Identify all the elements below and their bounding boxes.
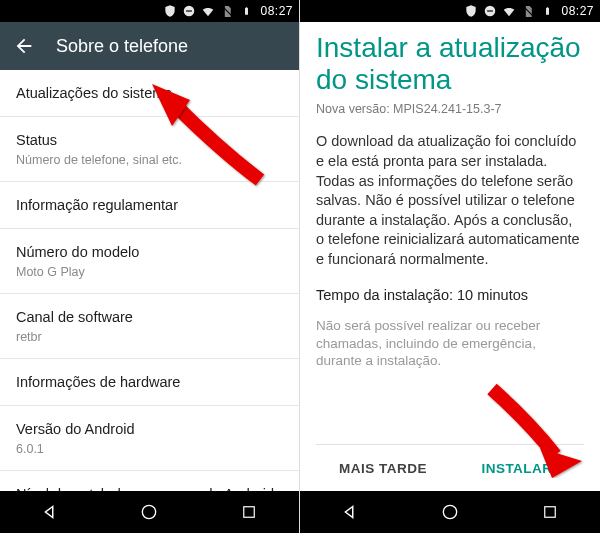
nav-bar xyxy=(0,491,299,533)
item-label: Número do modelo xyxy=(16,243,283,262)
item-sublabel: 6.0.1 xyxy=(16,441,283,457)
clock-text: 08:27 xyxy=(561,4,594,18)
item-hardware-info[interactable]: Informações de hardware xyxy=(0,359,299,406)
svg-point-9 xyxy=(443,505,456,518)
shield-icon xyxy=(464,4,478,18)
install-warning: Não será possível realizar ou receber ch… xyxy=(316,317,584,370)
item-software-channel[interactable]: Canal de software retbr xyxy=(0,294,299,359)
svg-rect-4 xyxy=(244,507,255,518)
button-row: MAIS TARDE INSTALAR xyxy=(316,444,584,491)
item-sublabel: Número de telefone, sinal etc. xyxy=(16,152,283,168)
dnd-icon xyxy=(182,4,196,18)
svg-rect-10 xyxy=(545,507,556,518)
item-sublabel: retbr xyxy=(16,329,283,345)
nav-recent-icon[interactable] xyxy=(538,500,562,524)
app-bar-title: Sobre o telefone xyxy=(56,36,188,57)
item-security-patch[interactable]: Nível do patch de segurança do Android 1… xyxy=(0,471,299,491)
shield-icon xyxy=(163,4,177,18)
item-sublabel: Moto G Play xyxy=(16,264,283,280)
item-label: Status xyxy=(16,131,283,150)
wifi-icon xyxy=(502,4,516,18)
update-description: O download da atualização foi concluído … xyxy=(316,132,584,269)
item-label: Informações de hardware xyxy=(16,373,283,392)
item-status[interactable]: Status Número de telefone, sinal etc. xyxy=(0,117,299,182)
battery-icon xyxy=(540,4,554,18)
status-bar: 08:27 xyxy=(300,0,600,22)
item-label: Informação regulamentar xyxy=(16,196,283,215)
settings-list: Atualizações do sistema Status Número de… xyxy=(0,70,299,491)
item-android-version[interactable]: Versão do Android 6.0.1 xyxy=(0,406,299,471)
nav-home-icon[interactable] xyxy=(438,500,462,524)
nav-back-icon[interactable] xyxy=(38,500,62,524)
screen-about-phone: 08:27 Sobre o telefone Atualizações do s… xyxy=(0,0,300,533)
page-title: Instalar a atualização do sistema xyxy=(316,32,584,96)
no-sim-icon xyxy=(521,4,535,18)
svg-point-3 xyxy=(143,505,156,518)
no-sim-icon xyxy=(220,4,234,18)
nav-bar xyxy=(300,491,600,533)
item-system-updates[interactable]: Atualizações do sistema xyxy=(0,70,299,117)
svg-rect-7 xyxy=(488,10,494,11)
update-content: Instalar a atualização do sistema Nova v… xyxy=(300,22,600,491)
nav-back-icon[interactable] xyxy=(338,500,362,524)
item-label: Canal de software xyxy=(16,308,283,327)
nav-recent-icon[interactable] xyxy=(237,500,261,524)
back-icon[interactable] xyxy=(12,34,36,58)
app-bar: Sobre o telefone xyxy=(0,22,299,70)
nav-home-icon[interactable] xyxy=(137,500,161,524)
wifi-icon xyxy=(201,4,215,18)
screen-install-update: 08:27 Instalar a atualização do sistema … xyxy=(300,0,600,533)
later-button[interactable]: MAIS TARDE xyxy=(316,445,450,491)
install-button[interactable]: INSTALAR xyxy=(450,445,584,491)
version-label: Nova versão: MPIS24.241-15.3-7 xyxy=(316,102,584,116)
clock-text: 08:27 xyxy=(260,4,293,18)
item-label: Versão do Android xyxy=(16,420,283,439)
item-model-number[interactable]: Número do modelo Moto G Play xyxy=(0,229,299,294)
svg-rect-1 xyxy=(187,10,193,11)
dnd-icon xyxy=(483,4,497,18)
item-regulatory-info[interactable]: Informação regulamentar xyxy=(0,182,299,229)
battery-icon xyxy=(239,4,253,18)
install-time-label: Tempo da instalação: 10 minutos xyxy=(316,287,584,303)
status-bar: 08:27 xyxy=(0,0,299,22)
item-label: Atualizações do sistema xyxy=(16,84,283,103)
